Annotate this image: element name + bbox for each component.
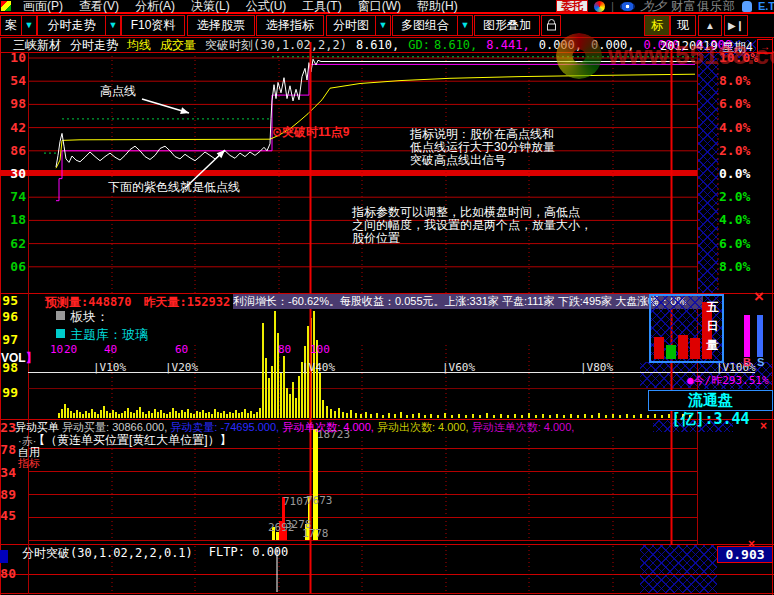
- volume-bar: [127, 408, 129, 418]
- indicator-value-box: 0.903: [717, 546, 773, 563]
- timeshare-dropdown-icon[interactable]: ▼: [105, 15, 121, 36]
- ma-toggle[interactable]: 均线: [127, 37, 151, 54]
- close-panel-icon[interactable]: ×: [754, 291, 764, 303]
- volume-bar: [124, 411, 126, 418]
- menu-item-7[interactable]: 帮助(H): [417, 0, 458, 12]
- volume-bar: [184, 412, 186, 418]
- multichart-dropdown-icon[interactable]: ▼: [457, 15, 473, 36]
- vol-scale-num: 60: [175, 344, 188, 355]
- volume-bar: [169, 412, 171, 418]
- fltp-value: FLTP: 0.000: [209, 545, 288, 562]
- divider: |: [611, 1, 614, 12]
- menu-item-1[interactable]: 查看(V): [79, 0, 119, 12]
- menu-item-2[interactable]: 分析(A): [135, 0, 175, 12]
- sphere-logo-icon: [594, 1, 605, 12]
- toolbar-overlay-button[interactable]: 图形叠加: [474, 15, 540, 36]
- volume-bar: [133, 413, 135, 418]
- indicator-description-note: 指标说明：股价在高点线和低点线运行大于30分钟放量突破高点线出信号: [410, 128, 555, 167]
- volume-bar: [109, 413, 111, 418]
- volume-bar: [334, 411, 336, 418]
- toolbar-intraday-button[interactable]: 分时图: [326, 15, 376, 36]
- volume-bar: [142, 412, 144, 418]
- volume-bar: [103, 406, 105, 418]
- volume-bar: [241, 412, 243, 418]
- theme-label[interactable]: 主题库：玻璃: [70, 326, 148, 344]
- toolbar: 案 ▼ 分时走势 ▼ F10资料 选择股票 选择指标 分时图 ▼ 多图组合 ▼ …: [0, 14, 774, 38]
- volume-bar: [591, 415, 593, 418]
- yidong-bar-value: 7673: [306, 495, 333, 506]
- volume-bar: [76, 410, 78, 418]
- scheme-dropdown-icon[interactable]: ▼: [21, 15, 37, 36]
- volume-bar: [145, 414, 147, 418]
- toolbar-timeshare-button[interactable]: 分时走势: [37, 15, 106, 36]
- volume-bar: [584, 414, 586, 418]
- volume-bar: [388, 413, 390, 418]
- next-icon[interactable]: ▶❙: [724, 15, 748, 36]
- date-label: 20120419: [660, 39, 718, 53]
- cash-button[interactable]: 现: [670, 15, 696, 36]
- yesterday-volume: 昨天量:152932: [144, 294, 231, 311]
- menu-item-6[interactable]: 窗口(W): [358, 0, 401, 12]
- volume-bar: [220, 413, 222, 418]
- intraday-dropdown-icon[interactable]: ▼: [375, 15, 391, 36]
- volume-bar: [190, 413, 192, 418]
- sector-label[interactable]: 板块：: [70, 308, 109, 326]
- vol-scale-num: 40: [104, 344, 117, 355]
- indicator-name[interactable]: 突破时刻(30,1.02,2,2): [205, 37, 347, 54]
- zero-line-band: [0, 170, 697, 176]
- volume-bar: [88, 413, 90, 418]
- sell-bar-label: S: [757, 356, 764, 368]
- volume-bar: [178, 413, 180, 418]
- volume-bar: [265, 358, 267, 418]
- volume-bar: [229, 412, 231, 418]
- lock-icon[interactable]: [541, 15, 561, 36]
- bottom-indicator-name[interactable]: 分时突破(30,1.02,2,2,0.1): [22, 545, 193, 562]
- volume-bar: [271, 366, 273, 418]
- theme-bullet-icon: [56, 329, 65, 338]
- volume-bar: [406, 415, 408, 418]
- volume-bar: [549, 415, 551, 418]
- volume-bar: [570, 414, 572, 418]
- volume-bar: [360, 414, 362, 418]
- percent-axis-label: 8.0%: [719, 260, 773, 274]
- volume-bar: [283, 356, 285, 418]
- close-yidong-icon[interactable]: ×: [760, 420, 767, 432]
- yidong-stat-5: 异动连单次数: 4.000,: [472, 421, 575, 433]
- buy-bar-label: B: [743, 356, 751, 368]
- volume-bar: [235, 410, 237, 418]
- menu-item-5[interactable]: 工具(T): [302, 0, 341, 12]
- menu-item-0[interactable]: 画面(P): [23, 0, 63, 12]
- yidong-axis-top: 23: [0, 421, 16, 434]
- bottom-axis-num: 80: [0, 567, 16, 580]
- buy-volume-bar: [744, 315, 750, 357]
- menu-item-4[interactable]: 公式(U): [246, 0, 287, 12]
- volume-bar: [223, 411, 225, 418]
- volume-bar: [253, 414, 255, 418]
- volume-bar: [668, 414, 670, 418]
- volume-bar: [61, 409, 63, 418]
- volume-bar: [289, 394, 291, 418]
- volume-bar: [424, 415, 426, 418]
- volume-bar: [139, 407, 141, 418]
- pageup-icon[interactable]: ▲: [698, 15, 722, 36]
- toolbar-select-stock-button[interactable]: 选择股票: [187, 15, 255, 36]
- volume-bar: [82, 414, 84, 418]
- volume-bar: [437, 415, 439, 418]
- toolbar-multichart-button[interactable]: 多图组合: [392, 15, 458, 36]
- mascot-icon[interactable]: [742, 1, 752, 12]
- toolbar-f10-button[interactable]: F10资料: [121, 15, 185, 36]
- volume-toggle[interactable]: 成交量: [160, 37, 196, 54]
- volume-bar: [217, 412, 219, 418]
- menu-item-3[interactable]: 决策(L): [191, 0, 230, 12]
- volume-bar: [151, 413, 153, 418]
- price-axis-label: 54: [0, 74, 28, 88]
- volume-bar: [67, 408, 69, 418]
- order-entry-button[interactable]: 委托: [556, 0, 588, 12]
- trading-terminal-window: 画面(P)查看(V)分析(A)决策(L)公式(U)工具(T)窗口(W)帮助(H)…: [0, 0, 774, 595]
- toolbar-select-indicator-button[interactable]: 选择指标: [256, 15, 324, 36]
- volume-bar: [154, 409, 156, 418]
- scheme-button[interactable]: 案: [0, 15, 22, 36]
- corner-label: E.T: [758, 0, 774, 12]
- volume-bar: [292, 382, 294, 418]
- mark-button[interactable]: 标: [644, 15, 670, 36]
